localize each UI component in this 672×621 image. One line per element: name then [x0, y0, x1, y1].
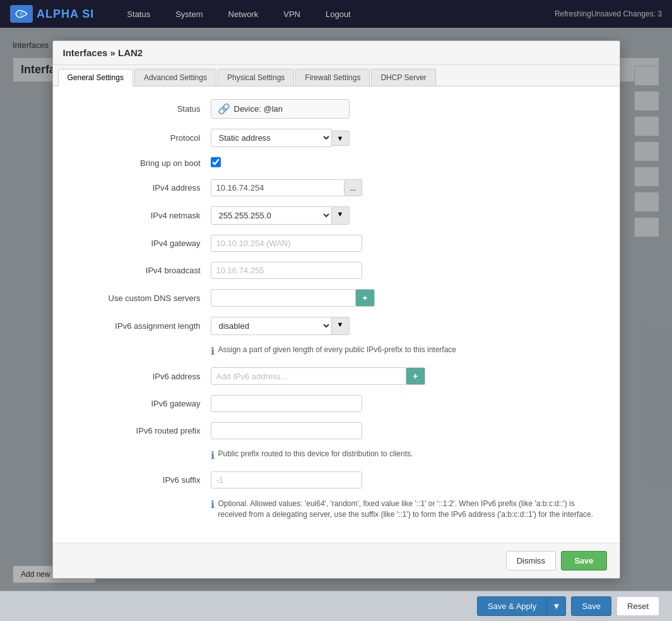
- ipv6-address-row: IPv6 address +: [72, 367, 601, 385]
- logo: ALPHA SI: [10, 5, 94, 23]
- ipv6-gateway-row: IPv6 gateway: [72, 395, 601, 412]
- topright-status: RefreshingUnsaved Changes: 3: [555, 9, 662, 18]
- bring-up-row: Bring up on boot: [72, 157, 601, 169]
- ipv6-gateway-input[interactable]: [211, 395, 362, 412]
- dns-row: Use custom DNS servers +: [72, 289, 601, 307]
- protocol-select[interactable]: Static address: [211, 129, 332, 147]
- dns-input[interactable]: [211, 289, 357, 307]
- ipv6-routed-row: IPv6 routed prefix: [72, 422, 601, 439]
- status-row: Status 🔗 Device: @lan: [72, 99, 601, 119]
- ipv6-suffix-help-row: ℹ Optional. Allowed values: 'eui64', 'ra…: [211, 499, 601, 520]
- tab-bar: General Settings Advanced Settings Physi…: [53, 65, 620, 86]
- ipv6-address-label: IPv6 address: [72, 372, 211, 381]
- netmask-dropdown-arrow[interactable]: ▼: [332, 206, 350, 225]
- modal-footer: Dismiss Save: [53, 543, 620, 578]
- tab-dhcp[interactable]: DHCP Server: [371, 69, 435, 86]
- ipv4-netmask-control: 255.255.255.0 ▼: [211, 206, 451, 225]
- ipv4-address-label: IPv4 address: [72, 183, 211, 192]
- ipv6-suffix-label: IPv6 suffix: [72, 475, 211, 485]
- ipv4-gateway-input[interactable]: [211, 235, 362, 252]
- ipv6-routed-input[interactable]: [211, 422, 362, 439]
- ipv6-routed-help-row: ℹ Public prefix routed to this device fo…: [211, 449, 601, 461]
- logo-icon: [10, 5, 33, 23]
- ipv6-suffix-input[interactable]: [211, 471, 362, 488]
- ipv6-gateway-control: [211, 395, 451, 412]
- bring-up-control: [211, 157, 451, 169]
- ipv4-address-browse-button[interactable]: ...: [345, 179, 362, 196]
- ipv6-address-input[interactable]: [211, 367, 407, 385]
- status-label: Status: [72, 104, 211, 114]
- tab-advanced[interactable]: Advanced Settings: [134, 69, 216, 86]
- ipv4-gateway-control: [211, 235, 451, 252]
- ipv4-netmask-label: IPv4 netmask: [72, 211, 211, 220]
- modal-title: Interfaces » LAN2: [53, 41, 620, 65]
- ipv6-suffix-help-icon: ℹ: [211, 499, 215, 511]
- nav-system[interactable]: System: [170, 7, 208, 21]
- ipv6-assign-help-text: Assign a part of given length of every p…: [218, 345, 457, 354]
- bottom-bar: Save & Apply ▼ Save Reset: [0, 591, 672, 621]
- status-field: 🔗 Device: @lan: [211, 99, 350, 119]
- ipv6-assign-label: IPv6 assignment length: [72, 321, 211, 331]
- protocol-row: Protocol Static address ▼: [72, 129, 601, 147]
- ipv6-address-add-button[interactable]: +: [406, 367, 425, 385]
- save-apply-dropdown-button[interactable]: ▼: [547, 596, 566, 616]
- bring-up-label: Bring up on boot: [72, 158, 211, 168]
- ipv6-address-control: +: [211, 367, 451, 385]
- ipv4-gateway-label: IPv4 gateway: [72, 239, 211, 248]
- bring-up-checkbox[interactable]: [211, 157, 221, 167]
- ipv6-routed-label: IPv6 routed prefix: [72, 426, 211, 435]
- ipv4-broadcast-input[interactable]: [211, 262, 362, 279]
- save-apply-button[interactable]: Save & Apply: [477, 596, 547, 616]
- ipv6-assign-dropdown-arrow[interactable]: ▼: [332, 317, 350, 335]
- nav-status[interactable]: Status: [122, 7, 155, 21]
- reset-button[interactable]: Reset: [616, 596, 659, 616]
- ipv4-gateway-row: IPv4 gateway: [72, 235, 601, 252]
- nav-logout[interactable]: Logout: [321, 7, 356, 21]
- dns-add-button[interactable]: +: [356, 289, 374, 307]
- save-bottom-button[interactable]: Save: [571, 596, 611, 616]
- status-control: 🔗 Device: @lan: [211, 99, 451, 119]
- ipv4-broadcast-label: IPv4 broadcast: [72, 266, 211, 275]
- interface-modal: Interfaces » LAN2 General Settings Advan…: [52, 40, 620, 579]
- tab-physical[interactable]: Physical Settings: [218, 69, 294, 86]
- nav-vpn[interactable]: VPN: [278, 7, 305, 21]
- ipv4-netmask-row: IPv4 netmask 255.255.255.0 ▼: [72, 206, 601, 225]
- ipv6-suffix-help-text: Optional. Allowed values: 'eui64', 'rand…: [218, 499, 597, 520]
- tab-general[interactable]: General Settings: [58, 69, 133, 86]
- status-device-icon: 🔗: [218, 103, 230, 115]
- nav-network[interactable]: Network: [223, 7, 264, 21]
- ipv6-assign-row: IPv6 assignment length disabled ▼: [72, 317, 601, 335]
- save-apply-button-group: Save & Apply ▼: [477, 596, 567, 616]
- ipv4-broadcast-row: IPv4 broadcast: [72, 262, 601, 279]
- protocol-label: Protocol: [72, 133, 211, 143]
- protocol-control: Static address ▼: [211, 129, 451, 147]
- ipv6-assign-help-icon: ℹ: [211, 345, 215, 357]
- logo-text: ALPHA SI: [37, 8, 94, 21]
- ipv6-routed-help-text: Public prefix routed to this device for …: [218, 449, 413, 458]
- ipv4-address-row: IPv4 address ...: [72, 179, 601, 196]
- ipv6-gateway-label: IPv6 gateway: [72, 399, 211, 408]
- svg-point-0: [20, 12, 23, 16]
- dns-label: Use custom DNS servers: [72, 293, 211, 303]
- top-navigation: ALPHA SI Status System Network VPN Logou…: [0, 0, 672, 28]
- tab-firewall[interactable]: Firewall Settings: [295, 69, 370, 86]
- ipv6-routed-control: [211, 422, 451, 439]
- modal-overlay: Interfaces » LAN2 General Settings Advan…: [0, 28, 672, 621]
- dns-control: +: [211, 289, 451, 307]
- page-background: Interfaces Interfaces Add new interface.…: [0, 28, 672, 621]
- ipv6-assign-help-row: ℹ Assign a part of given length of every…: [211, 345, 601, 357]
- ipv6-suffix-control: [211, 471, 451, 488]
- status-value: Device: @lan: [234, 104, 283, 114]
- ipv4-address-input[interactable]: [211, 179, 345, 196]
- save-button[interactable]: Save: [561, 551, 606, 571]
- dismiss-button[interactable]: Dismiss: [506, 551, 557, 571]
- protocol-dropdown-arrow[interactable]: ▼: [332, 131, 350, 146]
- modal-body: Status 🔗 Device: @lan Protocol: [53, 86, 620, 543]
- ipv6-assign-select[interactable]: disabled: [211, 317, 332, 335]
- ipv4-address-control: ...: [211, 179, 451, 196]
- ipv6-routed-help-icon: ℹ: [211, 449, 215, 461]
- ipv6-suffix-row: IPv6 suffix: [72, 471, 601, 488]
- ipv4-netmask-select[interactable]: 255.255.255.0: [211, 206, 332, 225]
- ipv4-broadcast-control: [211, 262, 451, 279]
- ipv6-assign-control: disabled ▼: [211, 317, 451, 335]
